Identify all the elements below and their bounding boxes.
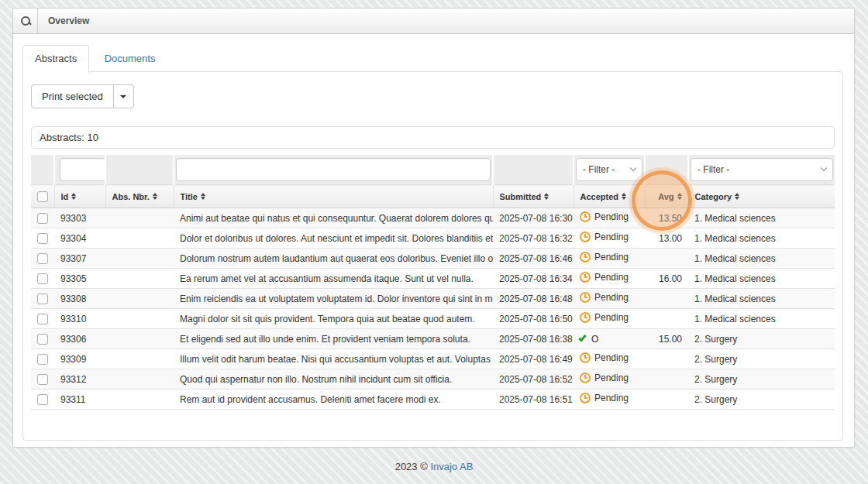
cell-avg bbox=[645, 349, 688, 369]
cell-abs-nbr bbox=[105, 249, 174, 269]
cell-avg: 15.00 bbox=[645, 329, 688, 349]
column-label-accepted: Accepted bbox=[580, 192, 619, 201]
column-label-absnbr: Abs. Nbr. bbox=[112, 192, 150, 201]
cell-id: 93303 bbox=[54, 208, 105, 228]
cell-avg: 13.00 bbox=[645, 228, 688, 249]
cell-title: Illum velit odit harum beatae. Nisi qui … bbox=[174, 349, 493, 369]
column-header-submitted[interactable]: Submitted bbox=[493, 185, 574, 208]
cell-abs-nbr bbox=[105, 289, 174, 309]
row-checkbox[interactable] bbox=[37, 394, 48, 405]
row-checkbox[interactable] bbox=[37, 233, 48, 244]
row-select-cell bbox=[31, 329, 54, 349]
column-header-avg[interactable]: Avg bbox=[645, 185, 688, 208]
category-filter-select[interactable]: - Filter - bbox=[691, 158, 833, 181]
print-options-toggle[interactable] bbox=[113, 85, 133, 108]
pending-clock-icon bbox=[580, 272, 591, 283]
cell-avg bbox=[645, 289, 688, 309]
topbar: Overview bbox=[13, 9, 854, 34]
cell-category: 1. Medical sciences bbox=[688, 228, 835, 249]
sort-down-arrow-icon bbox=[201, 197, 205, 200]
row-select-cell bbox=[31, 269, 54, 289]
row-checkbox[interactable] bbox=[37, 293, 48, 304]
cell-accepted: Pending bbox=[574, 349, 645, 369]
cell-category: 2. Surgery bbox=[688, 349, 835, 369]
row-select-cell bbox=[31, 208, 54, 228]
column-header-absnbr[interactable]: Abs. Nbr. bbox=[105, 185, 174, 208]
sort-down-arrow-icon bbox=[622, 197, 626, 200]
cell-abs-nbr bbox=[105, 269, 174, 289]
cell-avg bbox=[645, 249, 688, 269]
cell-avg: 13.50 bbox=[645, 208, 688, 228]
cell-accepted: Pending bbox=[574, 249, 645, 269]
sort-icon bbox=[677, 193, 682, 200]
table-row: 93311Rem aut id provident accusamus. Del… bbox=[31, 390, 835, 410]
status-badge: Pending bbox=[580, 352, 629, 363]
status-label: Pending bbox=[594, 211, 629, 222]
status-badge: Pending bbox=[580, 393, 629, 403]
sort-icon bbox=[71, 193, 76, 200]
footer-link[interactable]: Invajo AB bbox=[430, 461, 473, 472]
cell-title: Enim reiciendis ea ut voluptatem volupta… bbox=[174, 289, 493, 309]
pending-clock-icon bbox=[580, 312, 591, 323]
status-badge: Pending bbox=[580, 232, 629, 242]
row-checkbox[interactable] bbox=[37, 354, 48, 365]
filter-cell-accepted: - Filter - bbox=[574, 155, 645, 185]
cell-accepted: Pending bbox=[574, 269, 645, 289]
row-checkbox[interactable] bbox=[37, 334, 48, 345]
pending-clock-icon bbox=[580, 372, 591, 383]
sort-up-arrow-icon bbox=[735, 193, 739, 196]
print-selected-button[interactable]: Print selected bbox=[32, 85, 113, 108]
cell-accepted: Pending bbox=[574, 228, 645, 249]
column-label-avg: Avg bbox=[658, 192, 673, 201]
accepted-filter-select[interactable]: - Filter - bbox=[576, 158, 642, 181]
row-checkbox[interactable] bbox=[37, 213, 48, 224]
tab-documents[interactable]: Documents bbox=[93, 46, 167, 72]
accepted-check-icon bbox=[578, 334, 586, 342]
sort-icon bbox=[622, 193, 626, 200]
column-header-accepted[interactable]: Accepted bbox=[574, 185, 645, 208]
select-all-checkbox[interactable] bbox=[37, 191, 48, 202]
filter-cell-avg bbox=[645, 155, 688, 185]
row-select-cell bbox=[31, 309, 54, 329]
cell-category: 1. Medical sciences bbox=[688, 269, 835, 289]
cell-abs-nbr bbox=[105, 309, 174, 329]
cell-category: 1. Medical sciences bbox=[688, 289, 835, 309]
sort-icon bbox=[153, 193, 157, 200]
table-row: 93308Enim reiciendis ea ut voluptatem vo… bbox=[31, 289, 835, 309]
cell-id: 93309 bbox=[54, 349, 105, 369]
cell-id: 93312 bbox=[54, 369, 105, 390]
cell-avg bbox=[645, 369, 688, 390]
row-checkbox[interactable] bbox=[37, 314, 48, 324]
row-select-cell bbox=[31, 249, 54, 269]
id-filter-input[interactable] bbox=[60, 158, 105, 181]
column-label-id: Id bbox=[61, 192, 69, 201]
cell-submitted: 2025-07-08 16:49 bbox=[493, 349, 574, 369]
table-row: 93309Illum velit odit harum beatae. Nisi… bbox=[31, 349, 835, 369]
sort-icon bbox=[201, 193, 205, 200]
cell-title: Animi aut beatae qui natus et qui conseq… bbox=[174, 208, 493, 228]
row-checkbox[interactable] bbox=[37, 253, 48, 264]
tab-abstracts[interactable]: Abstracts bbox=[22, 45, 89, 73]
cell-id: 93307 bbox=[54, 249, 105, 269]
status-badge: Pending bbox=[580, 252, 629, 263]
status-badge: O bbox=[580, 334, 598, 345]
column-label-submitted: Submitted bbox=[500, 192, 542, 201]
column-header-category[interactable]: Category bbox=[688, 185, 835, 208]
row-checkbox[interactable] bbox=[37, 273, 48, 284]
status-badge: Pending bbox=[580, 272, 629, 283]
title-filter-input[interactable] bbox=[176, 158, 491, 181]
filter-cell-absnbr bbox=[105, 155, 174, 185]
row-checkbox[interactable] bbox=[37, 374, 48, 385]
column-header-title[interactable]: Title bbox=[174, 185, 493, 208]
cell-category: 2. Surgery bbox=[688, 390, 835, 410]
cell-submitted: 2025-07-08 16:38 bbox=[493, 329, 574, 349]
row-select-cell bbox=[31, 228, 54, 249]
column-header-id[interactable]: Id bbox=[54, 185, 105, 208]
search-button[interactable] bbox=[13, 9, 38, 33]
sort-up-arrow-icon bbox=[544, 193, 549, 196]
cell-submitted: 2025-07-08 16:48 bbox=[493, 289, 574, 309]
cell-category: 1. Medical sciences bbox=[688, 208, 835, 228]
table-row: 93312Quod qui aspernatur non illo. Nostr… bbox=[31, 369, 835, 390]
table-body: 93303Animi aut beatae qui natus et qui c… bbox=[31, 208, 835, 410]
cell-id: 93308 bbox=[54, 289, 105, 309]
